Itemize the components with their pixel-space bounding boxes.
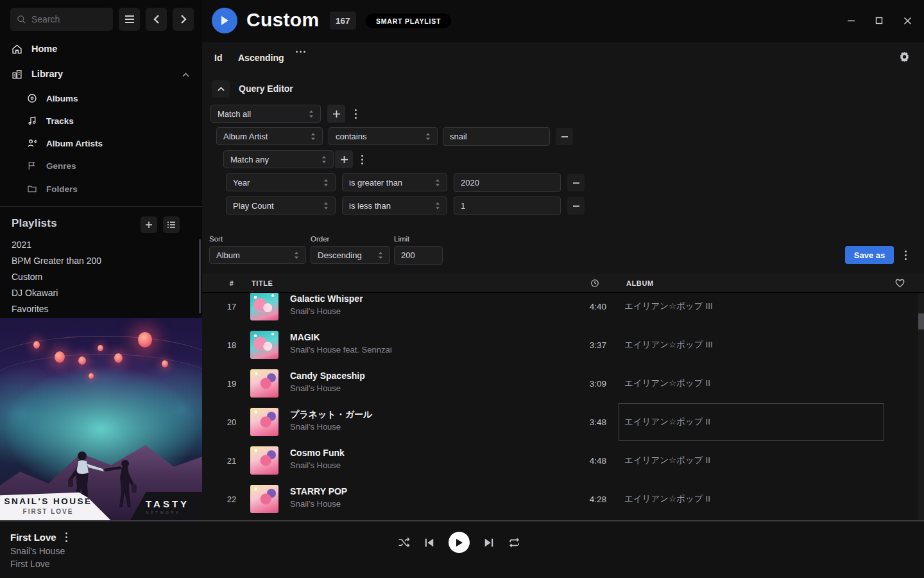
play-playlist-button[interactable] [212,8,237,33]
playlist-item[interactable]: DJ Okawari [12,288,58,298]
now-playing-artist[interactable]: Snail's House [10,546,65,556]
add-playlist-button[interactable] [141,216,157,233]
playlist-list-button[interactable] [163,216,180,233]
nav-back-button[interactable] [146,8,167,31]
track-album[interactable]: エイリアン☆ポップ II [624,403,710,441]
sort-direction-button[interactable]: Ascending [238,53,284,63]
now-playing-menu-button[interactable] [65,532,67,542]
track-row[interactable]: 17 Galactic Whisper Snail's House 4:40 エ… [202,293,924,326]
save-menu-button[interactable] [900,246,911,264]
column-title[interactable]: TITLE [252,274,273,293]
chevron-up-icon[interactable] [182,69,189,79]
clock-icon[interactable] [590,274,599,293]
select-chevrons-icon [435,202,440,210]
track-artist[interactable]: Snail's House [290,460,341,470]
query-editor-collapse-button[interactable] [212,80,230,98]
playlist-item[interactable]: Favorites [12,304,49,314]
sidebar-item-folders[interactable]: Folders [0,180,202,197]
group-menu-button[interactable] [350,105,361,123]
add-rule-button[interactable] [335,150,353,168]
track-title[interactable]: Candy Spaceship [290,371,365,381]
search-input[interactable] [10,8,113,31]
playlist-item[interactable]: Custom [12,272,42,282]
search-field[interactable] [31,14,102,24]
now-playing-title[interactable]: First Love [10,532,56,543]
playlist-scrollbar[interactable] [199,239,201,313]
playlists-title: Playlists [12,217,57,230]
column-index[interactable]: # [225,274,238,293]
table-scrollbar[interactable] [918,293,924,520]
track-album[interactable]: エイリアン☆ポップ III [624,326,713,364]
settings-gear-button[interactable] [899,51,910,65]
track-artist[interactable]: Snail's House [290,306,341,316]
track-artist[interactable]: Snail's House [290,422,341,432]
sidebar-item-home[interactable]: Home [0,40,202,58]
repeat-button[interactable] [508,538,520,548]
track-title[interactable]: MAGIK [290,332,320,342]
rule-operator-select[interactable]: is greater than [342,173,447,191]
window-maximize-button[interactable] [870,12,888,30]
artist-icon [27,138,37,148]
sort-select[interactable]: Album [209,246,306,264]
heart-icon[interactable] [895,274,905,293]
sort-field-button[interactable]: Id [214,53,222,63]
lantern-string [0,354,202,425]
save-as-button[interactable]: Save as [845,246,894,264]
play-pause-button[interactable] [449,532,470,553]
rule-operator-select[interactable]: contains [329,127,438,145]
track-title[interactable]: Cosmo Funk [290,448,345,458]
album-art-thumbnail [250,293,278,320]
sidebar-item-album-artists[interactable]: Album Artists [0,135,202,152]
remove-rule-button[interactable] [556,128,573,145]
rule-field-select[interactable]: Play Count [226,197,336,215]
track-title[interactable]: Galactic Whisper [290,293,363,304]
rule-value-input[interactable] [454,173,561,192]
track-album[interactable]: エイリアン☆ポップ II [624,441,710,480]
match-type-select[interactable]: Match any [223,150,334,168]
track-title[interactable]: STARRY POP [290,486,347,496]
rule-value-input[interactable] [443,127,550,146]
sidebar-item-tracks[interactable]: Tracks [0,112,202,129]
shuffle-button[interactable] [398,537,410,548]
track-row[interactable]: 22 STARRY POP Snail's House 4:28 エイリアン☆ポ… [202,480,924,518]
now-playing-album-art[interactable]: SNAIL'S HOUSE FIRST LOVE TASTY NETWORK [0,318,202,520]
sidebar-item-library[interactable]: Library [0,65,202,83]
remove-rule-button[interactable] [567,197,585,215]
track-artist[interactable]: Snail's House [290,499,341,509]
order-select[interactable]: Descending [311,246,390,264]
menu-button[interactable] [119,8,140,31]
track-row[interactable]: 21 Cosmo Funk Snail's House 4:48 エイリアン☆ポ… [202,441,924,480]
match-type-select[interactable]: Match all [210,105,321,123]
sidebar-item-genres[interactable]: Genres [0,157,202,174]
add-rule-button[interactable] [327,105,345,123]
rule-field-select[interactable]: Album Artist [216,127,323,145]
track-title[interactable]: プラネット・ガール [290,409,372,421]
more-options-button[interactable] [296,51,305,53]
track-row[interactable]: 20 プラネット・ガール Snail's House 3:48 エイリアン☆ポッ… [202,403,924,441]
now-playing-album[interactable]: First Love [10,559,49,569]
column-album[interactable]: ALBUM [626,274,654,293]
next-button[interactable] [484,538,494,548]
window-minimize-button[interactable] [842,12,860,30]
playlist-item[interactable]: BPM Greater than 200 [12,256,101,266]
table-scrollbar-thumb[interactable] [918,313,924,329]
track-row[interactable]: 18 MAGIK Snail's House feat. Sennzai 3:3… [202,326,924,364]
remove-rule-button[interactable] [567,174,585,191]
track-row[interactable]: 19 Candy Spaceship Snail's House 3:09 エイ… [202,364,924,403]
limit-input[interactable] [394,246,443,265]
rule-value-input[interactable] [454,197,561,215]
window-close-button[interactable] [898,12,916,30]
sidebar-item-albums[interactable]: Albums [0,90,202,107]
playlist-item[interactable]: 2021 [12,240,31,250]
group-menu-button[interactable] [357,150,367,168]
track-artist[interactable]: Snail's House feat. Sennzai [290,345,392,355]
track-album[interactable]: エイリアン☆ポップ II [624,480,710,518]
track-album[interactable]: エイリアン☆ポップ II [624,364,710,403]
track-artist[interactable]: Snail's House [290,383,341,393]
rule-field-select[interactable]: Year [226,173,336,191]
rule-operator-select[interactable]: is less than [342,197,447,215]
nav-forward-button[interactable] [173,8,194,31]
track-album[interactable]: エイリアン☆ポップ III [624,293,713,326]
previous-button[interactable] [424,538,434,548]
lantern [33,341,40,349]
